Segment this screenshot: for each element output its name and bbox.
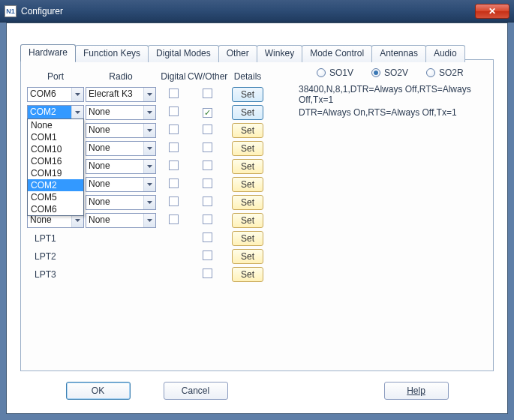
set-button[interactable]: Set [232,105,263,120]
port-info-line: DTR=Always On,RTS=Always Off,Tx=1 [299,107,485,118]
header-cw: CW/Other [188,71,227,82]
set-button[interactable]: Set [232,195,263,210]
header-radio: Radio [86,71,156,82]
checkbox[interactable] [169,142,179,152]
tab-panel-hardware: Port Radio Digital CW/Other Details COM6… [20,59,494,371]
combo-dropdown-button[interactable] [143,214,155,227]
combo-text: COM2 [28,106,71,119]
tab-hardware[interactable]: Hardware [20,44,76,62]
checkbox[interactable] [203,232,212,242]
close-button[interactable]: ✕ [475,4,509,19]
combo-text: COM6 [28,88,71,101]
combo-dropdown-button[interactable] [143,178,155,191]
checkbox[interactable] [203,196,212,206]
checkbox[interactable] [203,160,212,170]
mode-radio-so2r[interactable]: SO2R [426,68,464,78]
set-button[interactable]: Set [232,123,263,138]
mode-radio-so1v[interactable]: SO1V [317,68,353,78]
dropdown-option[interactable]: COM5 [28,191,83,203]
set-button[interactable]: Set [232,159,263,174]
dropdown-option[interactable]: COM16 [28,155,83,167]
dropdown-option[interactable]: COM1 [28,131,83,143]
combo-box[interactable]: Elecraft K3 [86,87,156,102]
header-port: Port [27,71,84,82]
set-button[interactable]: Set [232,141,263,156]
help-button[interactable]: Help [384,382,449,400]
ok-button[interactable]: OK [66,382,131,400]
tab-audio[interactable]: Audio [425,45,465,62]
checkbox[interactable] [203,124,212,134]
lpt-row: LPT2Set [27,248,275,266]
titlebar: N1 Configurer ✕ [0,0,514,22]
chevron-down-icon [147,201,152,204]
checkbox[interactable] [203,88,212,98]
combo-box[interactable]: None [86,141,156,156]
combo-box[interactable]: None [86,159,156,174]
combo-text: Elecraft K3 [86,88,143,101]
dropdown-option[interactable]: COM6 [28,203,83,215]
tab-digital-modes[interactable]: Digital Modes [148,45,219,62]
mode-radio-so2v[interactable]: SO2V [371,68,408,78]
tab-other[interactable]: Other [218,45,257,62]
combo-box[interactable]: None [86,195,156,210]
combo-dropdown-button[interactable] [143,124,155,137]
port-row: COM6Elecraft K3Set [27,86,275,104]
tabstrip: HardwareFunction KeysDigital ModesOtherW… [20,44,464,62]
checkbox[interactable] [169,196,179,206]
combo-text: None [86,178,143,191]
chevron-down-icon [147,219,152,222]
dropdown-option[interactable]: COM19 [28,167,83,179]
combo-dropdown-button[interactable] [71,88,83,101]
combo-box[interactable]: COM6 [27,87,84,102]
set-button[interactable]: Set [232,249,263,264]
set-button[interactable]: Set [232,231,263,246]
checkbox[interactable] [169,178,179,188]
tab-winkey[interactable]: Winkey [257,45,302,62]
combo-box[interactable]: COM2 [27,105,84,120]
set-button[interactable]: Set [232,267,263,282]
combo-box[interactable]: None [86,177,156,192]
checkbox[interactable] [169,124,179,134]
chevron-down-icon [147,147,152,150]
chevron-down-icon [147,93,152,96]
combo-box[interactable]: None [86,213,156,228]
tab-function-keys[interactable]: Function Keys [75,45,149,62]
mode-radio-group: SO1VSO2VSO2R [317,68,485,78]
tab-antennas[interactable]: Antennas [371,45,426,62]
combo-box[interactable]: None [86,123,156,138]
chevron-down-icon [147,183,152,186]
set-button[interactable]: Set [232,87,263,102]
chevron-down-icon [75,219,80,222]
port-dropdown-list[interactable]: NoneCOM1COM10COM16COM19COM2COM5COM6 [27,118,84,216]
checkbox[interactable] [203,250,212,260]
checkbox[interactable] [169,214,179,224]
combo-dropdown-button[interactable] [143,142,155,155]
radio-dot [426,68,435,77]
radio-dot [371,68,380,77]
tab-mode-control[interactable]: Mode Control [302,45,372,62]
cancel-button[interactable]: Cancel [164,382,228,400]
checkbox[interactable] [169,88,179,98]
checkbox[interactable]: ✓ [203,108,212,118]
combo-dropdown-button[interactable] [143,106,155,119]
checkbox[interactable] [203,268,212,278]
dropdown-option[interactable]: COM2 [28,179,83,191]
checkbox[interactable] [169,160,179,170]
checkbox[interactable] [203,214,212,224]
dropdown-option[interactable]: COM10 [28,143,83,155]
combo-box[interactable]: None [86,105,156,120]
combo-dropdown-button[interactable] [71,106,83,119]
checkbox[interactable] [203,142,212,152]
combo-dropdown-button[interactable] [143,88,155,101]
chevron-down-icon [147,129,152,132]
checkbox[interactable] [169,106,179,116]
set-button[interactable]: Set [232,213,263,228]
window-body: HardwareFunction KeysDigital ModesOtherW… [6,22,508,414]
combo-dropdown-button[interactable] [143,196,155,209]
dropdown-option[interactable]: None [28,119,83,131]
checkbox[interactable] [203,178,212,188]
radio-dot [317,68,326,77]
set-button[interactable]: Set [232,177,263,192]
window-title: Configurer [21,6,63,16]
combo-dropdown-button[interactable] [143,160,155,173]
